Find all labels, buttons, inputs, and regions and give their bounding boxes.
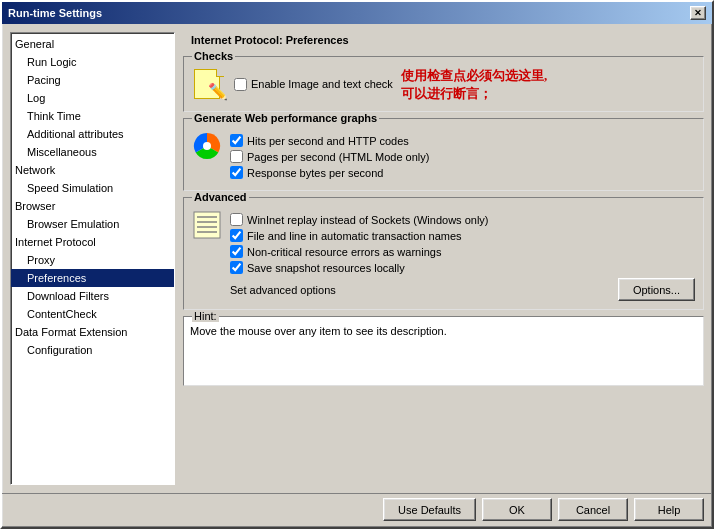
adv-label-2: Non-critical resource errors as warnings xyxy=(247,246,441,258)
advanced-inner: WinInet replay instead of Sockets (Windo… xyxy=(192,206,695,301)
adv-label-0: WinInet replay instead of Sockets (Windo… xyxy=(247,214,489,226)
options-button[interactable]: Options... xyxy=(618,278,695,301)
tree-item-browser-emulation[interactable]: Browser Emulation xyxy=(11,215,174,233)
graphs-checkboxes: Hits per second and HTTP codes Pages per… xyxy=(230,131,429,182)
tree-item-preferences[interactable]: Preferences xyxy=(11,269,174,287)
adv-checkbox-2[interactable] xyxy=(230,245,243,258)
graph-checkbox-1[interactable] xyxy=(230,150,243,163)
hint-label: Hint: xyxy=(192,310,219,322)
pencil-icon: ✏️ xyxy=(208,82,228,101)
graph-row-0: Hits per second and HTTP codes xyxy=(230,134,429,147)
checks-section: Checks ✏️ Enable Image and text check xyxy=(183,56,704,112)
graphs-section-label: Generate Web performance graphs xyxy=(192,112,379,124)
window-title: Run-time Settings xyxy=(8,7,102,19)
hint-text: Move the mouse over any item to see its … xyxy=(190,321,697,337)
note-corner xyxy=(216,69,224,77)
advanced-options-row: Set advanced options Options... xyxy=(230,278,695,301)
use-defaults-button[interactable]: Use Defaults xyxy=(383,498,476,521)
advanced-checkboxes: WinInet replay instead of Sockets (Windo… xyxy=(230,210,695,301)
tree-item-additional-attributes[interactable]: Additional attributes xyxy=(11,125,174,143)
title-bar: Run-time Settings ✕ xyxy=(2,2,712,24)
cancel-button[interactable]: Cancel xyxy=(558,498,628,521)
adv-row-3: Save snapshot resources locally xyxy=(230,261,695,274)
tree-item-log[interactable]: Log xyxy=(11,89,174,107)
advanced-section: Advanced xyxy=(183,197,704,310)
graph-label-2: Response bytes per second xyxy=(247,167,383,179)
tree-item-internet-protocol[interactable]: Internet Protocol xyxy=(11,233,174,251)
panel-title: Internet Protocol: Preferences xyxy=(183,32,704,50)
tree-panel: General Run Logic Pacing Log Think Time … xyxy=(10,32,175,485)
title-controls: ✕ xyxy=(690,6,706,20)
tree-item-data-format[interactable]: Data Format Extension xyxy=(11,323,174,341)
graph-inner: Hits per second and HTTP codes Pages per… xyxy=(192,127,695,182)
set-advanced-label: Set advanced options xyxy=(230,284,336,296)
annotation-text: 使用检查点必须勾选这里,可以进行断言； xyxy=(401,67,547,103)
tree-item-think-time[interactable]: Think Time xyxy=(11,107,174,125)
bottom-bar: Use Defaults OK Cancel Help xyxy=(2,493,712,527)
checks-left: ✏️ Enable Image and text check xyxy=(192,67,393,101)
window-body: General Run Logic Pacing Log Think Time … xyxy=(2,24,712,493)
close-button[interactable]: ✕ xyxy=(690,6,706,20)
svg-rect-2 xyxy=(194,212,220,238)
tree-item-browser[interactable]: Browser xyxy=(11,197,174,215)
adv-label-3: Save snapshot resources locally xyxy=(247,262,405,274)
adv-label-1: File and line in automatic transaction n… xyxy=(247,230,462,242)
tree-item-speed-simulation[interactable]: Speed Simulation xyxy=(11,179,174,197)
graph-label-0: Hits per second and HTTP codes xyxy=(247,135,409,147)
tree-item-miscellaneous[interactable]: Miscellaneous xyxy=(11,143,174,161)
graph-row-1: Pages per second (HTML Mode only) xyxy=(230,150,429,163)
checks-inner: ✏️ Enable Image and text check 使用检查点必须勾选… xyxy=(192,67,695,103)
adv-checkbox-1[interactable] xyxy=(230,229,243,242)
enable-image-label: Enable Image and text check xyxy=(251,78,393,90)
help-button[interactable]: Help xyxy=(634,498,704,521)
pie-chart-icon xyxy=(192,131,222,163)
tree-item-pacing[interactable]: Pacing xyxy=(11,71,174,89)
adv-row-0: WinInet replay instead of Sockets (Windo… xyxy=(230,213,695,226)
hint-box: Hint: Move the mouse over any item to se… xyxy=(183,316,704,386)
graph-row-2: Response bytes per second xyxy=(230,166,429,179)
tree-item-proxy[interactable]: Proxy xyxy=(11,251,174,269)
tree-item-content-check[interactable]: ContentCheck xyxy=(11,305,174,323)
graph-checkbox-2[interactable] xyxy=(230,166,243,179)
main-window: Run-time Settings ✕ General Run Logic Pa… xyxy=(0,0,714,529)
tree-item-configuration[interactable]: Configuration xyxy=(11,341,174,359)
tree-item-general[interactable]: General xyxy=(11,35,174,53)
content-panel: Internet Protocol: Preferences Checks ✏️ xyxy=(183,32,704,485)
adv-checkbox-3[interactable] xyxy=(230,261,243,274)
graph-label-1: Pages per second (HTML Mode only) xyxy=(247,151,429,163)
adv-row-2: Non-critical resource errors as warnings xyxy=(230,245,695,258)
graph-checkbox-0[interactable] xyxy=(230,134,243,147)
graphs-section: Generate Web performance graphs xyxy=(183,118,704,191)
tree-item-run-logic[interactable]: Run Logic xyxy=(11,53,174,71)
enable-image-check-row: Enable Image and text check xyxy=(234,78,393,91)
svg-point-1 xyxy=(203,142,211,150)
enable-image-checkbox[interactable] xyxy=(234,78,247,91)
tree-item-network[interactable]: Network xyxy=(11,161,174,179)
adv-checkbox-0[interactable] xyxy=(230,213,243,226)
advanced-section-label: Advanced xyxy=(192,191,249,203)
adv-row-1: File and line in automatic transaction n… xyxy=(230,229,695,242)
tree-item-download-filters[interactable]: Download Filters xyxy=(11,287,174,305)
note-icon: ✏️ xyxy=(192,67,226,101)
list-icon xyxy=(192,210,222,242)
ok-button[interactable]: OK xyxy=(482,498,552,521)
checks-section-label: Checks xyxy=(192,50,235,62)
